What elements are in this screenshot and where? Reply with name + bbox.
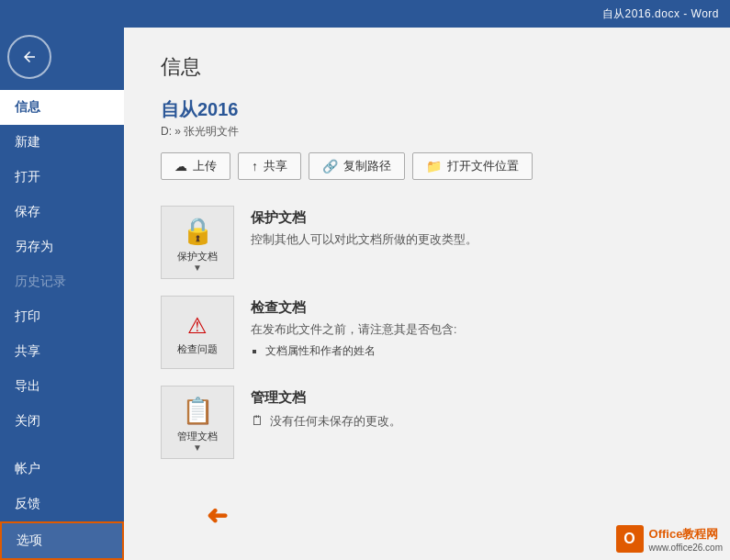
back-icon xyxy=(21,49,38,65)
title-bar: 自从2016.docx - Word xyxy=(0,0,730,28)
sidebar-item-saveas[interactable]: 另存为 xyxy=(0,230,124,264)
copy-path-icon: 🔗 xyxy=(322,159,338,174)
action-buttons-row: ☁ 上传 ↑ 共享 🔗 复制路径 📁 打开文件位置 xyxy=(161,152,693,180)
sidebar-item-save[interactable]: 保存 xyxy=(0,195,124,230)
logo-watermark: O Office教程网 www.office26.com xyxy=(616,525,723,553)
open-location-button[interactable]: 📁 打开文件位置 xyxy=(412,152,533,180)
sidebar: 信息 新建 打开 保存 另存为 历史记录 打印 共享 导出 关闭 帐户 反馈 选… xyxy=(0,28,124,560)
inspect-icon-box[interactable]: ⚠ 检查问题 xyxy=(161,296,234,369)
sidebar-item-account[interactable]: 帐户 xyxy=(0,452,124,487)
sidebar-item-close[interactable]: 关闭 xyxy=(0,404,124,439)
title-bar-text: 自从2016.docx - Word xyxy=(602,6,720,22)
sidebar-item-feedback[interactable]: 反馈 xyxy=(0,487,124,521)
inspect-list-item-1: 文档属性和作者的姓名 xyxy=(265,342,693,359)
sidebar-item-open[interactable]: 打开 xyxy=(0,160,124,195)
inspect-label: 检查问题 xyxy=(177,342,218,355)
manage-text: 管理文档 🗒 没有任何未保存的更改。 xyxy=(251,386,693,431)
arrow-indicator: ➜ xyxy=(207,500,228,531)
content-area: 信息 自从2016 D: » 张光明文件 ☁ 上传 ↑ 共享 🔗 复制路径 📁 … xyxy=(124,28,730,560)
manage-label: 管理文档 xyxy=(177,430,218,442)
copy-path-label: 复制路径 xyxy=(343,158,391,174)
doc-path: D: » 张光明文件 xyxy=(161,124,693,140)
inspect-icon: ⚠ xyxy=(187,313,208,339)
manage-heading: 管理文档 xyxy=(251,389,693,407)
logo-text-block: Office教程网 www.office26.com xyxy=(649,526,723,553)
sidebar-item-share[interactable]: 共享 xyxy=(0,334,124,369)
upload-button[interactable]: ☁ 上传 xyxy=(161,152,230,180)
protect-desc: 控制其他人可以对此文档所做的更改类型。 xyxy=(251,231,693,249)
upload-label: 上传 xyxy=(193,158,217,174)
protect-section: 🔒 保护文档 ▼ 保护文档 控制其他人可以对此文档所做的更改类型。 xyxy=(161,206,693,279)
inspect-section: ⚠ 检查问题 检查文档 在发布此文件之前，请注意其是否包含: 文档属性和作者的姓… xyxy=(161,296,693,369)
inspect-heading: 检查文档 xyxy=(251,299,693,317)
info-sections: 🔒 保护文档 ▼ 保护文档 控制其他人可以对此文档所做的更改类型。 ⚠ 检查问题… xyxy=(161,206,693,459)
protect-icon-box[interactable]: 🔒 保护文档 ▼ xyxy=(161,206,234,279)
copy-path-button[interactable]: 🔗 复制路径 xyxy=(309,152,405,180)
open-location-label: 打开文件位置 xyxy=(447,158,519,174)
open-location-icon: 📁 xyxy=(426,159,442,174)
manage-arrow: ▼ xyxy=(193,442,202,453)
share-button[interactable]: ↑ 共享 xyxy=(238,152,301,180)
share-icon: ↑ xyxy=(252,159,258,174)
share-label: 共享 xyxy=(264,158,287,174)
protect-text: 保护文档 控制其他人可以对此文档所做的更改类型。 xyxy=(251,206,693,249)
inspect-text: 检查文档 在发布此文件之前，请注意其是否包含: 文档属性和作者的姓名 xyxy=(251,296,693,359)
sidebar-nav: 信息 新建 打开 保存 另存为 历史记录 打印 共享 导出 关闭 xyxy=(0,90,124,439)
page-title: 信息 xyxy=(161,53,693,81)
logo-main-text: Office教程网 xyxy=(649,526,723,543)
protect-icon: 🔒 xyxy=(182,216,214,246)
sidebar-item-options[interactable]: 选项 xyxy=(0,521,124,560)
sidebar-item-info[interactable]: 信息 xyxy=(0,90,124,125)
protect-arrow: ▼ xyxy=(193,263,202,273)
manage-section: 📋 管理文档 ▼ 管理文档 🗒 没有任何未保存的更改。 xyxy=(161,386,693,459)
logo-char: O xyxy=(623,531,635,547)
manage-icon-box[interactable]: 📋 管理文档 ▼ xyxy=(161,386,234,459)
sidebar-item-export[interactable]: 导出 xyxy=(0,369,124,404)
manage-desc: 🗒 没有任何未保存的更改。 xyxy=(251,411,693,431)
inspect-desc: 在发布此文件之前，请注意其是否包含: 文档属性和作者的姓名 xyxy=(251,321,693,359)
sidebar-item-print[interactable]: 打印 xyxy=(0,299,124,334)
manage-icon: 📋 xyxy=(182,396,214,426)
protect-heading: 保护文档 xyxy=(251,209,693,227)
sidebar-item-history: 历史记录 xyxy=(0,264,124,299)
sidebar-bottom: 帐户 反馈 选项 xyxy=(0,452,124,560)
protect-label: 保护文档 xyxy=(177,250,218,263)
sidebar-item-new[interactable]: 新建 xyxy=(0,125,124,160)
logo-orange-icon: O xyxy=(616,525,644,553)
doc-title: 自从2016 xyxy=(161,97,693,122)
upload-icon: ☁ xyxy=(174,159,187,174)
logo-sub-text: www.office26.com xyxy=(649,543,723,553)
back-button[interactable] xyxy=(7,35,51,79)
